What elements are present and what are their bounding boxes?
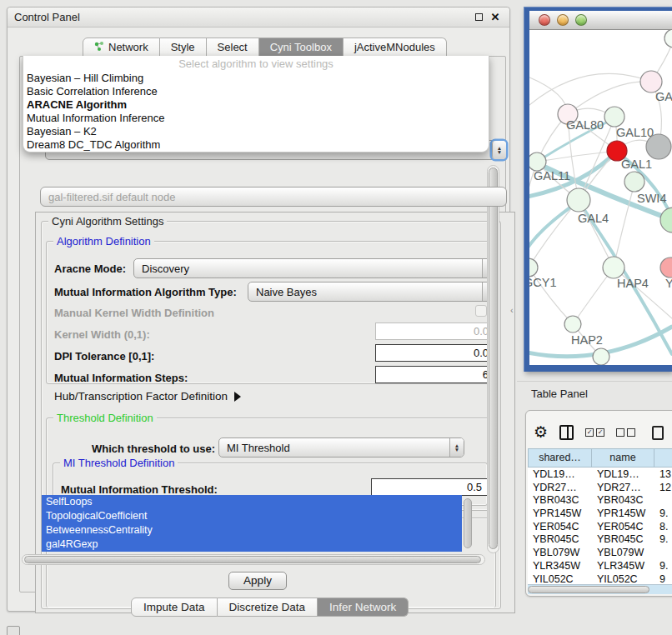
tab-discretize-data[interactable]: Discretize Data <box>218 598 318 617</box>
mi-steps-field[interactable]: 6 <box>375 366 494 383</box>
panel-resize-handle[interactable]: ‹ <box>510 305 514 315</box>
table-function-icon[interactable] <box>652 426 664 440</box>
column-layout-icon[interactable] <box>559 425 574 440</box>
table-cell: YDR27… <box>592 481 654 494</box>
node-gal11[interactable] <box>529 152 546 171</box>
settings-gear-icon[interactable]: ⚙ <box>534 423 548 442</box>
table-cell: 8. <box>654 520 672 533</box>
table-row[interactable]: YIL052CYIL052C9 <box>528 572 672 586</box>
deselect-all-icon[interactable] <box>616 428 635 437</box>
node-hap4[interactable] <box>603 257 624 278</box>
which-threshold-combo[interactable]: MI Threshold ▲▼ <box>218 438 464 458</box>
table-row[interactable]: YDR27…YDR27…12 <box>528 481 672 494</box>
dpi-tolerance-label: DPI Tolerance [0,1]: <box>54 350 154 362</box>
settings-vertical-scrollbar[interactable] <box>487 165 499 553</box>
close-window-icon[interactable]: ✕ <box>489 12 501 23</box>
node-gray[interactable] <box>646 134 671 159</box>
table-cell: 12 <box>654 481 672 494</box>
which-threshold-label: Which threshold to use: <box>92 442 215 455</box>
expand-right-icon[interactable] <box>234 392 241 402</box>
tab-label: Style <box>171 41 195 53</box>
table-row[interactable]: YDL19…YDL19…13 <box>528 468 672 481</box>
table-cell: YBR043C <box>592 493 654 507</box>
tab-cyni-toolbox[interactable]: Cyni Toolbox <box>259 38 344 57</box>
table-row[interactable]: YER054CYER054C8. <box>528 520 672 533</box>
table-panel-title: Table Panel <box>531 388 588 400</box>
table-cell: 9 <box>654 572 672 586</box>
attribute-item[interactable]: TopologicalCoefficient <box>42 509 462 523</box>
settings-horizontal-scrollbar[interactable] <box>22 554 485 565</box>
tab-impute-data[interactable]: Impute Data <box>131 598 218 617</box>
node-big-green[interactable] <box>660 208 672 232</box>
control-panel-tab-bar: NetworkStyleSelectCyni ToolboxjActiveMNo… <box>83 38 447 57</box>
node-salmon[interactable] <box>660 258 672 278</box>
attribute-item[interactable]: SelfLoops <box>42 495 462 509</box>
node-partial-top[interactable] <box>664 30 672 48</box>
network-source-combo[interactable]: gal-filtered.sif default node <box>40 187 507 207</box>
mac-zoom-icon[interactable] <box>575 14 587 26</box>
node-label: GCY1 <box>529 276 557 289</box>
node-gal4[interactable] <box>567 188 590 212</box>
control-panel-title: Control Panel <box>14 11 80 23</box>
attribute-item[interactable]: BetweennessCentrality <box>42 523 462 538</box>
manual-kernel-width-label: Manual Kernel Width Definition <box>54 307 214 319</box>
dropdown-item[interactable]: Mutual Information Inference <box>23 112 489 125</box>
tab-jactivemnodules[interactable]: jActiveMNodules <box>344 38 447 57</box>
attribute-item[interactable]: gal4RGexp <box>42 538 462 552</box>
kernel-width-label: Kernel Width (0,1): <box>54 328 150 341</box>
column-header[interactable]: shared… <box>528 448 592 468</box>
hub-definition-label: Hub/Transcription Factor Definition <box>54 390 228 402</box>
column-header[interactable]: A <box>654 448 672 468</box>
dropdown-item[interactable]: Dream8 DC_TDC Algorithm <box>23 138 489 152</box>
attributes-list-scrollbar[interactable] <box>464 498 472 548</box>
algorithm-definition-title: Algorithm Definition <box>53 235 154 248</box>
dropdown-item[interactable]: Bayesian – Hill Climbing <box>23 72 489 85</box>
which-threshold-value: MI Threshold <box>219 442 449 454</box>
table-row[interactable]: YBR043CYBR043C <box>528 493 672 507</box>
table-row[interactable]: YBL079WYBL079W <box>528 546 672 559</box>
table-toolbar: ⚙ ✓✓ <box>534 421 672 444</box>
tab-style[interactable]: Style <box>160 38 207 57</box>
combo-stepper-icon[interactable]: ▲▼ <box>449 438 464 457</box>
mi-threshold-field[interactable]: 0.5 <box>371 478 488 496</box>
node-partial-bottom[interactable] <box>593 348 609 365</box>
mi-algorithm-type-combo[interactable]: Naive Bayes ▲▼ <box>248 282 497 302</box>
table-row[interactable]: YPR145WYPR145W9. <box>528 507 672 520</box>
column-header[interactable]: name <box>592 448 654 468</box>
node-hap2[interactable] <box>564 316 581 332</box>
cyni-algorithm-settings-title: Cyni Algorithm Settings <box>48 215 167 228</box>
table-horizontal-scrollbar[interactable] <box>528 584 672 594</box>
tab-network[interactable]: Network <box>83 38 160 57</box>
node-swi4[interactable] <box>624 172 644 192</box>
table-cell: YPR145W <box>528 507 592 520</box>
dropdown-item[interactable]: Bayesian – K2 <box>23 125 489 138</box>
data-attributes-list[interactable]: SelfLoopsTopologicalCoefficientBetweenne… <box>42 495 462 552</box>
node-gal10[interactable] <box>604 107 624 127</box>
tab-infer-network[interactable]: Infer Network <box>318 598 409 617</box>
apply-button[interactable]: Apply <box>228 572 287 590</box>
network-canvas[interactable]: GALGAL80GAL10GAL1GAL11SWI4GAL4GCY1HAP4YH… <box>529 30 672 365</box>
select-all-icon[interactable]: ✓✓ <box>585 428 604 437</box>
table-cell: YBL079W <box>528 546 592 559</box>
tab-select[interactable]: Select <box>207 38 259 57</box>
dropdown-item[interactable]: ARACNE Algorithm <box>23 98 489 112</box>
mac-minimize-icon[interactable] <box>557 14 569 26</box>
node-gcy1[interactable] <box>529 258 538 277</box>
hub-definition-expander[interactable]: Hub/Transcription Factor Definition <box>54 390 241 402</box>
dropdown-item[interactable]: Basic Correlation Inference <box>23 85 489 98</box>
node-attribute-table[interactable]: shared…nameA YDL19…YDL19…13YDR27…YDR27…1… <box>528 448 672 587</box>
mi-threshold-group-title: MI Threshold Definition <box>60 457 178 469</box>
table-row[interactable]: YBR045CYBR045C9. <box>528 532 672 546</box>
mac-close-icon[interactable] <box>539 14 550 26</box>
dpi-tolerance-field[interactable]: 0.0 <box>375 344 494 362</box>
table-cell: 13 <box>654 468 672 481</box>
manual-kernel-width-checkbox[interactable] <box>475 305 487 317</box>
table-cell: YLR345W <box>528 559 592 572</box>
table-row[interactable]: YLR345WYLR345W9. <box>528 559 672 572</box>
network-icon <box>94 41 104 54</box>
float-window-icon[interactable] <box>473 12 484 23</box>
aracne-mode-combo[interactable]: Discovery ▲▼ <box>133 258 497 278</box>
kernel-width-field[interactable]: 0.0 <box>375 322 494 340</box>
docked-panel-icon[interactable] <box>7 626 20 635</box>
combo-stepper-icon[interactable]: ▲▼ <box>492 141 506 159</box>
